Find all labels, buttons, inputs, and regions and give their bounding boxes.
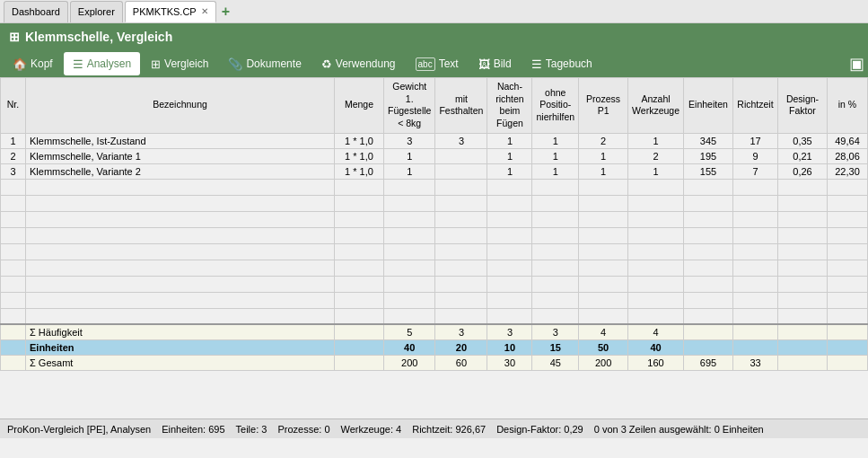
empty-row — [1, 227, 868, 243]
empty-row — [1, 260, 868, 276]
nav-corner-icon[interactable]: ▣ — [849, 55, 864, 73]
empty-row — [1, 276, 868, 292]
haufigkeit-label: Σ Häufigkeit — [26, 324, 335, 340]
cell-nach: 1 — [487, 133, 532, 148]
cell-menge: 1 * 1,0 — [334, 163, 383, 179]
cell-proz: 1 — [579, 163, 628, 179]
nav-corner-area: ▣ — [849, 54, 864, 74]
col-header-menge: Menge — [334, 78, 383, 134]
cell-design: 0,26 — [778, 163, 828, 179]
table-row[interactable]: 1 Klemmschelle, Ist-Zustand 1 * 1,0 3 3 … — [1, 133, 868, 148]
text-icon: abc — [416, 57, 435, 71]
cell-menge: 1 * 1,0 — [334, 148, 383, 163]
cell-ohne: 1 — [532, 163, 579, 179]
cell-fes — [435, 148, 487, 163]
cell-gew: 1 — [383, 163, 434, 179]
col-header-proz: Prozess P1 — [579, 78, 628, 134]
cell-proz: 2 — [579, 133, 628, 148]
gesamt-label: Σ Gesamt — [26, 356, 335, 371]
home-icon: 🏠 — [13, 57, 27, 71]
title-bar: ⊞ Klemmschelle, Vergleich — [0, 23, 868, 50]
col-header-design: Design-Faktor — [778, 78, 828, 134]
col-header-ohne: ohne Positio-nierhilfen — [532, 78, 579, 134]
cell-fes: 3 — [435, 133, 487, 148]
col-header-nach: Nach-richten beim Fügen — [487, 78, 532, 134]
cell-perc: 28,06 — [828, 148, 868, 163]
cell-ein: 155 — [684, 163, 733, 179]
cell-nr: 2 — [1, 148, 26, 163]
nav-text[interactable]: abc Text — [407, 52, 468, 75]
cell-anz: 2 — [628, 148, 684, 163]
cell-design: 0,21 — [778, 148, 828, 163]
col-header-richt: Richtzeit — [733, 78, 778, 134]
nav-bild[interactable]: 🖼 Bild — [469, 52, 521, 75]
tab-close-icon[interactable]: ✕ — [201, 6, 208, 16]
status-context: ProKon-Vergleich [PE], Analysen — [7, 424, 151, 435]
analysen-icon: ☰ — [73, 57, 83, 71]
bild-icon: 🖼 — [478, 57, 490, 71]
cell-menge: 1 * 1,0 — [334, 133, 383, 148]
col-header-ein: Einheiten — [684, 78, 733, 134]
nav-dokumente[interactable]: 📎 Dokumente — [219, 52, 310, 75]
tab-dashboard-label: Dashboard — [12, 6, 60, 17]
nav-analysen[interactable]: ☰ Analysen — [64, 52, 140, 75]
nav-vergleich-label: Vergleich — [164, 57, 208, 70]
vergleich-icon: ⊞ — [151, 57, 161, 71]
cell-ohne: 1 — [532, 148, 579, 163]
cell-bez: Klemmschelle, Variante 1 — [26, 148, 335, 163]
cell-nach: 1 — [487, 148, 532, 163]
tagebuch-icon: ☰ — [531, 57, 542, 71]
tab-explorer[interactable]: Explorer — [70, 1, 123, 22]
verwendung-icon: ♻ — [321, 57, 332, 71]
page-title: Klemmschelle, Vergleich — [25, 30, 172, 44]
status-prozesse: Prozesse: 0 — [277, 424, 329, 435]
cell-anz: 1 — [628, 133, 684, 148]
status-einheiten: Einheiten: 695 — [162, 424, 224, 435]
cell-ein: 345 — [684, 133, 733, 148]
nav-dokumente-label: Dokumente — [246, 57, 301, 70]
tab-pkmktks-label: PKMKTKS.CP — [133, 6, 197, 17]
col-header-bez: Bezeichnung — [26, 78, 335, 134]
cell-ohne: 1 — [532, 133, 579, 148]
cell-perc: 49,64 — [828, 133, 868, 148]
status-selection: 0 von 3 Zeilen ausgewählt: 0 Einheiten — [594, 424, 764, 435]
analysis-table: Nr. Bezeichnung Menge Gewicht 1. Fügeste… — [0, 77, 868, 371]
table-header-row: Nr. Bezeichnung Menge Gewicht 1. Fügeste… — [1, 78, 868, 134]
cell-richt: 9 — [733, 148, 778, 163]
empty-row — [1, 211, 868, 227]
table-row[interactable]: 3 Klemmschelle, Variante 2 1 * 1,0 1 1 1… — [1, 163, 868, 179]
cell-gew: 1 — [383, 148, 434, 163]
nav-kopf-label: Kopf — [31, 57, 53, 70]
nav-verwendung-label: Verwendung — [336, 57, 396, 70]
einheiten-label: Einheiten — [26, 340, 335, 356]
status-werkzeuge: Werkzeuge: 4 — [341, 424, 402, 435]
nav-verwendung[interactable]: ♻ Verwendung — [312, 52, 405, 75]
cell-bez: Klemmschelle, Ist-Zustand — [26, 133, 335, 148]
nav-vergleich[interactable]: ⊞ Vergleich — [142, 52, 217, 75]
col-header-perc: in % — [828, 78, 868, 134]
summary-gesamt-row: Σ Gesamt 200 60 30 45 200 160 695 33 — [1, 356, 868, 371]
nav-bar: 🏠 Kopf ☰ Analysen ⊞ Vergleich 📎 Dokument… — [0, 50, 868, 77]
tab-explorer-label: Explorer — [78, 6, 115, 17]
tab-bar: Dashboard Explorer PKMKTKS.CP ✕ + — [0, 0, 868, 23]
tab-dashboard[interactable]: Dashboard — [4, 1, 68, 22]
cell-nr: 3 — [1, 163, 26, 179]
title-icon: ⊞ — [9, 30, 20, 44]
tab-add-button[interactable]: + — [222, 4, 230, 20]
nav-bild-label: Bild — [494, 57, 512, 70]
cell-nr: 1 — [1, 133, 26, 148]
table-row[interactable]: 2 Klemmschelle, Variante 1 1 * 1,0 1 1 1… — [1, 148, 868, 163]
tab-pkmktks[interactable]: PKMKTKS.CP ✕ — [125, 1, 216, 22]
status-bar: ProKon-Vergleich [PE], Analysen Einheite… — [0, 418, 868, 438]
cell-bez: Klemmschelle, Variante 2 — [26, 163, 335, 179]
cell-design: 0,35 — [778, 133, 828, 148]
nav-kopf[interactable]: 🏠 Kopf — [4, 52, 62, 75]
cell-nach: 1 — [487, 163, 532, 179]
empty-row — [1, 195, 868, 211]
status-teile: Teile: 3 — [236, 424, 267, 435]
empty-row — [1, 292, 868, 308]
cell-gew: 3 — [383, 133, 434, 148]
nav-tagebuch[interactable]: ☰ Tagebuch — [522, 52, 601, 75]
cell-fes — [435, 163, 487, 179]
col-header-fes: mit Festhalten — [435, 78, 487, 134]
